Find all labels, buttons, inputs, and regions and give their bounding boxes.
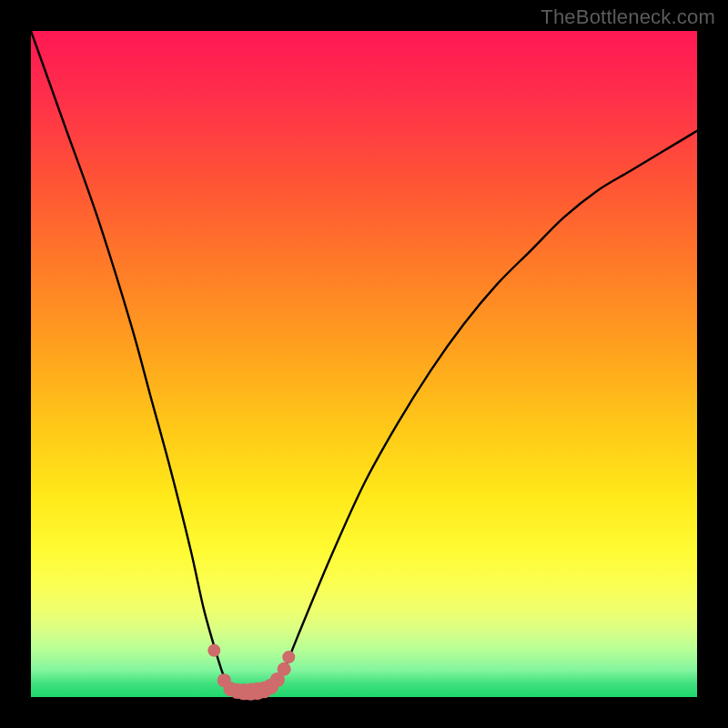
- plot-area: [31, 31, 697, 697]
- watermark-text: TheBottleneck.com: [541, 5, 715, 29]
- highlight-dots: [207, 644, 295, 701]
- bottleneck-curve: [31, 31, 697, 692]
- highlight-dot: [207, 644, 220, 657]
- highlight-dot: [282, 651, 295, 663]
- highlight-dot: [278, 662, 291, 676]
- curve-layer: [31, 31, 697, 697]
- chart-frame: TheBottleneck.com: [0, 0, 728, 728]
